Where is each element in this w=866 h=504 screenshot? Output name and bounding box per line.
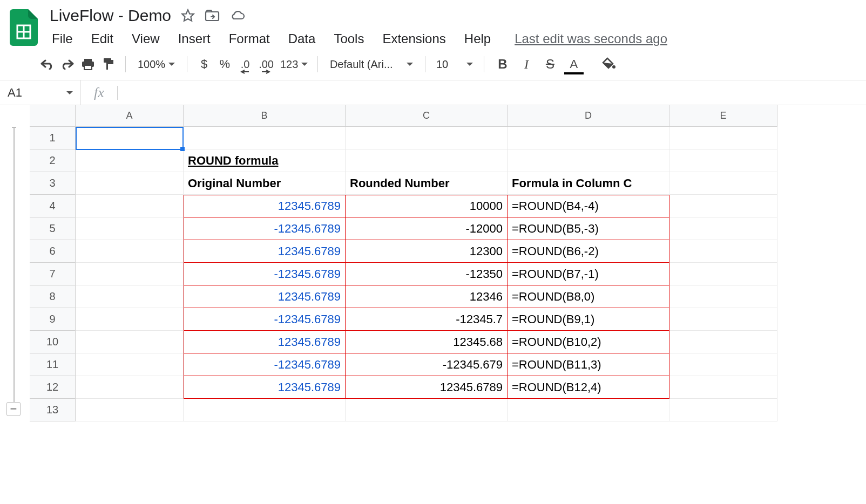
cell[interactable] [669,331,777,353]
row-header[interactable]: 1 [30,127,76,149]
cell[interactable] [76,308,184,331]
cell[interactable]: -12345.7 [346,308,508,331]
cell[interactable] [508,127,669,149]
cell[interactable] [76,172,184,195]
print-button[interactable] [79,55,97,73]
row-header[interactable]: 7 [30,263,76,285]
cell[interactable] [669,285,777,308]
cell[interactable] [76,376,184,399]
redo-button[interactable] [58,55,77,73]
row-header[interactable]: 9 [30,308,76,331]
cell[interactable] [346,399,508,421]
format-currency-button[interactable]: $ [195,55,213,73]
column-header-c[interactable]: C [346,105,508,127]
cell[interactable] [669,376,777,399]
format-percent-button[interactable]: % [215,55,234,73]
cell[interactable]: =ROUND(B6,-2) [508,240,669,263]
row-header[interactable]: 8 [30,285,76,308]
cell[interactable]: 12345.6789 [184,331,346,353]
cell[interactable] [76,285,184,308]
cell[interactable] [76,217,184,240]
last-edit-link[interactable]: Last edit was seconds ago [515,31,667,46]
cell[interactable]: 12345.6789 [184,195,346,217]
menu-file[interactable]: File [50,30,75,47]
menu-edit[interactable]: Edit [89,30,116,47]
cell[interactable]: -12350 [346,263,508,285]
cell[interactable] [76,149,184,172]
cell[interactable] [76,353,184,376]
column-header-e[interactable]: E [669,105,777,127]
cell[interactable] [346,127,508,149]
cell[interactable]: =ROUND(B9,1) [508,308,669,331]
cell[interactable] [669,217,777,240]
cell[interactable] [76,399,184,421]
column-header-d[interactable]: D [508,105,669,127]
cell[interactable] [346,149,508,172]
cell[interactable] [669,308,777,331]
cell[interactable]: -12345.679 [346,353,508,376]
cell[interactable]: Rounded Number [346,172,508,195]
cloud-status-icon[interactable] [229,9,246,22]
cell[interactable] [76,263,184,285]
menu-format[interactable]: Format [227,30,272,47]
cell[interactable] [508,149,669,172]
cell[interactable]: -12000 [346,217,508,240]
cell[interactable]: 12345.6789 [346,376,508,399]
cell[interactable]: 10000 [346,195,508,217]
cell[interactable]: =ROUND(B7,-1) [508,263,669,285]
cell[interactable]: 12345.68 [346,331,508,353]
menu-view[interactable]: View [130,30,162,47]
fill-color-button[interactable] [600,55,618,73]
increase-decimal-button[interactable]: .00 [256,55,276,73]
more-formats-button[interactable]: 123 [278,55,310,73]
column-header-b[interactable]: B [184,105,346,127]
move-to-drive-icon[interactable] [205,9,220,22]
row-header[interactable]: 5 [30,217,76,240]
cell[interactable] [669,263,777,285]
row-header[interactable]: 3 [30,172,76,195]
font-family-select[interactable]: Default (Ari... [326,55,417,73]
menu-extensions[interactable]: Extensions [380,30,448,47]
row-header[interactable]: 10 [30,331,76,353]
menu-data[interactable]: Data [286,30,318,47]
cell[interactable] [76,240,184,263]
row-header[interactable]: 2 [30,149,76,172]
cell[interactable]: =ROUND(B4,-4) [508,195,669,217]
cell[interactable] [76,331,184,353]
star-icon[interactable] [181,9,195,23]
cell[interactable] [669,172,777,195]
row-header[interactable]: 4 [30,195,76,217]
cell[interactable]: -12345.6789 [184,308,346,331]
cell[interactable]: =ROUND(B10,2) [508,331,669,353]
undo-button[interactable] [38,55,56,73]
cell[interactable] [669,149,777,172]
cell[interactable]: 12345.6789 [184,285,346,308]
cell[interactable]: =ROUND(B8,0) [508,285,669,308]
row-header[interactable]: 11 [30,353,76,376]
row-header[interactable]: 6 [30,240,76,263]
cell[interactable] [508,399,669,421]
cell[interactable]: -12345.6789 [184,353,346,376]
cell[interactable]: -12345.6789 [184,217,346,240]
cell[interactable]: 12345.6789 [184,376,346,399]
cell[interactable]: =ROUND(B11,3) [508,353,669,376]
select-all-corner[interactable] [30,105,76,127]
cell[interactable] [669,240,777,263]
font-size-select[interactable]: 10 [433,55,476,73]
cells-area[interactable]: ROUND formula Original NumberRounded Num… [76,127,777,421]
sheets-logo[interactable] [9,6,39,45]
column-header-a[interactable]: A [76,105,184,127]
cell[interactable]: 12346 [346,285,508,308]
cell[interactable]: Formula in Column C [508,172,669,195]
cell[interactable] [669,353,777,376]
document-title[interactable]: LiveFlow - Demo [50,6,171,25]
paint-format-button[interactable] [99,55,118,73]
cell[interactable]: ROUND formula [184,149,346,172]
bold-button[interactable]: B [492,55,513,73]
formula-bar[interactable]: fx [81,80,866,105]
cell[interactable]: -12345.6789 [184,263,346,285]
name-box[interactable]: A1 [0,80,81,105]
cell[interactable]: Original Number [184,172,346,195]
cell[interactable]: 12300 [346,240,508,263]
italic-button[interactable]: I [516,55,537,73]
